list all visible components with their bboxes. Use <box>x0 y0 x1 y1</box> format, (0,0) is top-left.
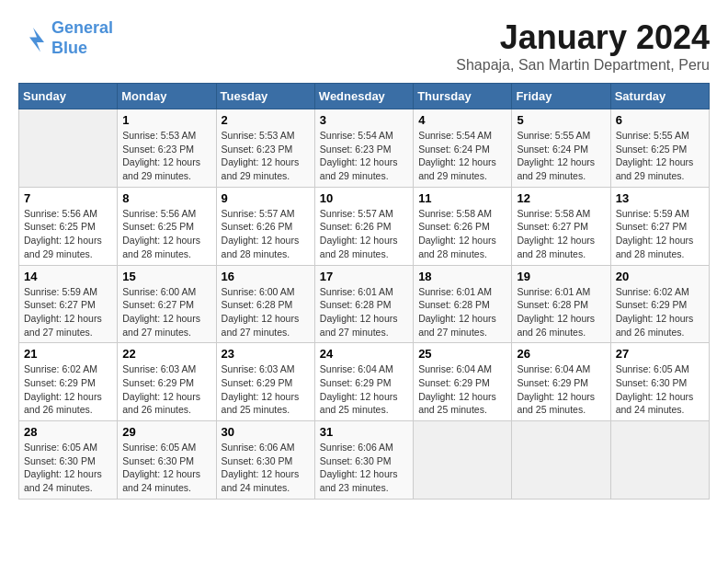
day-info: Sunrise: 6:00 AMSunset: 6:28 PMDaylight:… <box>222 285 310 339</box>
day-number: 28 <box>24 425 112 439</box>
day-info: Sunrise: 5:53 AMSunset: 6:23 PMDaylight:… <box>122 129 210 183</box>
calendar-cell: 8Sunrise: 5:56 AMSunset: 6:25 PMDaylight… <box>118 187 216 265</box>
day-number: 9 <box>222 191 310 205</box>
day-info: Sunrise: 5:54 AMSunset: 6:23 PMDaylight:… <box>320 129 408 183</box>
day-number: 4 <box>418 113 506 127</box>
day-info: Sunrise: 6:04 AMSunset: 6:29 PMDaylight:… <box>418 362 506 417</box>
calendar-cell: 21Sunrise: 6:02 AMSunset: 6:29 PMDayligh… <box>19 343 118 421</box>
calendar-cell: 17Sunrise: 6:01 AMSunset: 6:28 PMDayligh… <box>314 265 413 343</box>
calendar-table: SundayMondayTuesdayWednesdayThursdayFrid… <box>18 83 710 500</box>
day-info: Sunrise: 5:55 AMSunset: 6:25 PMDaylight:… <box>616 129 704 183</box>
day-number: 23 <box>222 347 310 361</box>
day-info: Sunrise: 5:59 AMSunset: 6:27 PMDaylight:… <box>24 285 112 339</box>
header-sunday: Sunday <box>19 84 118 109</box>
calendar-cell <box>19 109 118 188</box>
calendar-cell: 4Sunrise: 5:54 AMSunset: 6:24 PMDaylight… <box>414 109 512 188</box>
day-info: Sunrise: 6:05 AMSunset: 6:30 PMDaylight:… <box>24 441 112 495</box>
day-number: 8 <box>122 191 210 205</box>
day-number: 12 <box>517 191 605 205</box>
calendar-cell <box>414 421 512 500</box>
calendar-cell: 28Sunrise: 6:05 AMSunset: 6:30 PMDayligh… <box>19 421 118 500</box>
logo-icon <box>18 24 48 53</box>
calendar-cell: 20Sunrise: 6:02 AMSunset: 6:29 PMDayligh… <box>610 265 709 343</box>
title-block: January 2024 Shapaja, San Martin Departm… <box>456 18 710 74</box>
day-info: Sunrise: 6:06 AMSunset: 6:30 PMDaylight:… <box>320 441 408 495</box>
day-number: 27 <box>616 347 704 361</box>
calendar-cell: 26Sunrise: 6:04 AMSunset: 6:29 PMDayligh… <box>512 343 610 421</box>
calendar-cell: 16Sunrise: 6:00 AMSunset: 6:28 PMDayligh… <box>216 265 314 343</box>
svg-marker-0 <box>29 28 44 52</box>
calendar-cell: 6Sunrise: 5:55 AMSunset: 6:25 PMDaylight… <box>610 109 709 188</box>
calendar-header: SundayMondayTuesdayWednesdayThursdayFrid… <box>19 84 710 109</box>
calendar-cell: 25Sunrise: 6:04 AMSunset: 6:29 PMDayligh… <box>414 343 512 421</box>
calendar-cell: 29Sunrise: 6:05 AMSunset: 6:30 PMDayligh… <box>118 421 216 500</box>
logo-line2: Blue <box>51 39 113 59</box>
week-row-5: 28Sunrise: 6:05 AMSunset: 6:30 PMDayligh… <box>19 421 710 500</box>
calendar-cell: 7Sunrise: 5:56 AMSunset: 6:25 PMDaylight… <box>19 187 118 265</box>
calendar-cell <box>512 421 610 500</box>
day-number: 17 <box>320 270 408 283</box>
day-number: 22 <box>122 347 210 361</box>
week-row-4: 21Sunrise: 6:02 AMSunset: 6:29 PMDayligh… <box>19 343 710 421</box>
calendar-cell: 13Sunrise: 5:59 AMSunset: 6:27 PMDayligh… <box>610 187 709 265</box>
day-number: 29 <box>122 425 210 439</box>
day-info: Sunrise: 5:56 AMSunset: 6:25 PMDaylight:… <box>24 207 112 261</box>
week-row-1: 1Sunrise: 5:53 AMSunset: 6:23 PMDaylight… <box>19 109 710 188</box>
logo-line1: General <box>51 18 113 37</box>
header-friday: Friday <box>512 84 610 109</box>
day-number: 7 <box>24 191 112 205</box>
header-saturday: Saturday <box>610 84 709 109</box>
calendar-cell: 23Sunrise: 6:03 AMSunset: 6:29 PMDayligh… <box>216 343 314 421</box>
day-number: 2 <box>222 113 310 127</box>
day-info: Sunrise: 6:03 AMSunset: 6:29 PMDaylight:… <box>122 362 210 417</box>
header-wednesday: Wednesday <box>314 84 413 109</box>
day-info: Sunrise: 6:06 AMSunset: 6:30 PMDaylight:… <box>222 441 310 495</box>
day-number: 25 <box>418 347 506 361</box>
day-info: Sunrise: 6:01 AMSunset: 6:28 PMDaylight:… <box>418 285 506 339</box>
day-number: 13 <box>616 191 704 205</box>
day-info: Sunrise: 5:59 AMSunset: 6:27 PMDaylight:… <box>616 207 704 261</box>
calendar-cell: 3Sunrise: 5:54 AMSunset: 6:23 PMDaylight… <box>314 109 413 188</box>
day-info: Sunrise: 5:57 AMSunset: 6:26 PMDaylight:… <box>320 207 408 261</box>
calendar-cell: 18Sunrise: 6:01 AMSunset: 6:28 PMDayligh… <box>414 265 512 343</box>
day-info: Sunrise: 5:54 AMSunset: 6:24 PMDaylight:… <box>418 129 506 183</box>
calendar-cell: 5Sunrise: 5:55 AMSunset: 6:24 PMDaylight… <box>512 109 610 188</box>
header-thursday: Thursday <box>414 84 512 109</box>
day-number: 18 <box>418 270 506 283</box>
calendar-cell: 14Sunrise: 5:59 AMSunset: 6:27 PMDayligh… <box>19 265 118 343</box>
logo-text: General Blue <box>51 18 113 58</box>
calendar-cell: 27Sunrise: 6:05 AMSunset: 6:30 PMDayligh… <box>610 343 709 421</box>
calendar-cell: 24Sunrise: 6:04 AMSunset: 6:29 PMDayligh… <box>314 343 413 421</box>
day-number: 10 <box>320 191 408 205</box>
day-number: 24 <box>320 347 408 361</box>
logo: General Blue <box>18 18 113 58</box>
day-info: Sunrise: 6:02 AMSunset: 6:29 PMDaylight:… <box>24 362 112 417</box>
page-header: General Blue January 2024 Shapaja, San M… <box>18 18 710 74</box>
day-info: Sunrise: 6:01 AMSunset: 6:28 PMDaylight:… <box>517 285 605 339</box>
day-info: Sunrise: 6:04 AMSunset: 6:29 PMDaylight:… <box>320 362 408 417</box>
day-number: 5 <box>517 113 605 127</box>
day-info: Sunrise: 6:01 AMSunset: 6:28 PMDaylight:… <box>320 285 408 339</box>
calendar-cell: 31Sunrise: 6:06 AMSunset: 6:30 PMDayligh… <box>314 421 413 500</box>
day-number: 31 <box>320 425 408 439</box>
week-row-2: 7Sunrise: 5:56 AMSunset: 6:25 PMDaylight… <box>19 187 710 265</box>
calendar-title: January 2024 <box>456 18 710 57</box>
week-row-3: 14Sunrise: 5:59 AMSunset: 6:27 PMDayligh… <box>19 265 710 343</box>
day-info: Sunrise: 6:03 AMSunset: 6:29 PMDaylight:… <box>222 362 310 417</box>
day-number: 1 <box>122 113 210 127</box>
calendar-cell: 10Sunrise: 5:57 AMSunset: 6:26 PMDayligh… <box>314 187 413 265</box>
day-info: Sunrise: 6:04 AMSunset: 6:29 PMDaylight:… <box>517 362 605 417</box>
calendar-cell: 30Sunrise: 6:06 AMSunset: 6:30 PMDayligh… <box>216 421 314 500</box>
calendar-cell: 12Sunrise: 5:58 AMSunset: 6:27 PMDayligh… <box>512 187 610 265</box>
calendar-cell <box>610 421 709 500</box>
calendar-cell: 19Sunrise: 6:01 AMSunset: 6:28 PMDayligh… <box>512 265 610 343</box>
day-info: Sunrise: 6:02 AMSunset: 6:29 PMDaylight:… <box>616 285 704 339</box>
day-info: Sunrise: 5:53 AMSunset: 6:23 PMDaylight:… <box>222 129 310 183</box>
calendar-cell: 2Sunrise: 5:53 AMSunset: 6:23 PMDaylight… <box>216 109 314 188</box>
day-number: 26 <box>517 347 605 361</box>
header-tuesday: Tuesday <box>216 84 314 109</box>
day-info: Sunrise: 6:05 AMSunset: 6:30 PMDaylight:… <box>122 441 210 495</box>
day-number: 14 <box>24 270 112 283</box>
calendar-cell: 11Sunrise: 5:58 AMSunset: 6:26 PMDayligh… <box>414 187 512 265</box>
day-number: 15 <box>122 270 210 283</box>
